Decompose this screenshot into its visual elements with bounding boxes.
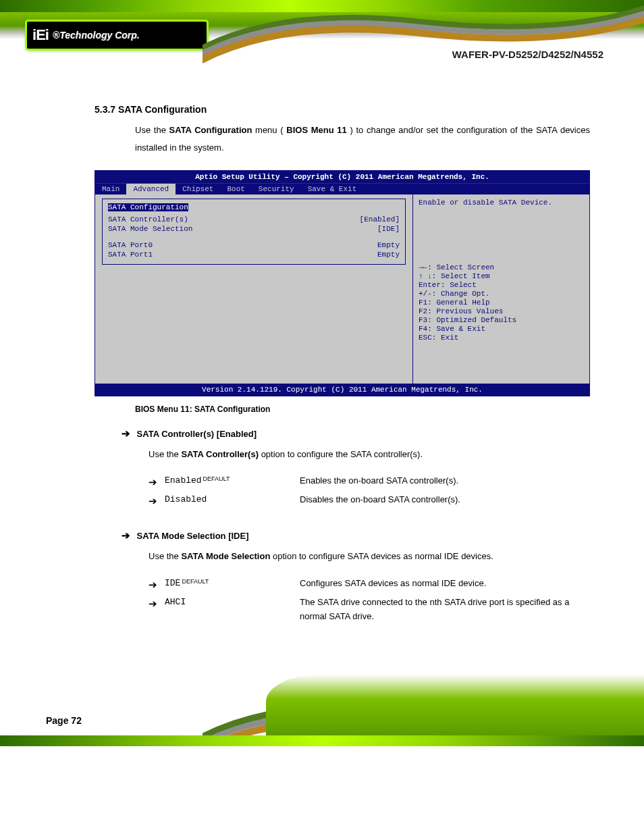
logo-text: iEi: [32, 26, 49, 44]
figure-caption: BIOS Menu 11: SATA Configuration: [135, 405, 590, 414]
intro-paragraph: Use the SATA Configuration menu ( BIOS M…: [135, 122, 590, 157]
intro-text: Use the: [135, 125, 169, 135]
bottom-green-stripe: [0, 735, 644, 746]
bios-key-hint: F3: Optimized Defaults: [419, 316, 584, 324]
option-value-desc: Configures SATA devices as normal IDE de…: [300, 577, 590, 593]
intro-menu-name: SATA Configuration: [169, 125, 252, 135]
bios-row-value: [Enabled]: [360, 215, 400, 224]
option-value-desc: Enables the on-board SATA controller(s).: [300, 474, 590, 490]
section-heading: 5.3.7 SATA Configuration: [95, 104, 590, 115]
arrow-right-icon: ➔: [149, 474, 165, 490]
bios-config-row: SATA Controller(s)[Enabled]: [108, 215, 400, 224]
bios-key-hint: F4: Save & Exit: [419, 325, 584, 333]
bios-screenshot: Aptio Setup Utility – Copyright (C) 2011…: [95, 170, 590, 396]
bios-footer: Version 2.14.1219. Copyright (C) 2011 Am…: [95, 384, 589, 396]
bios-port-key: SATA Port0: [108, 241, 153, 249]
bios-tab-save-exit: Save & Exit: [301, 184, 364, 194]
bios-tab-chipset: Chipset: [176, 184, 220, 194]
bios-port-value: Empty: [377, 251, 400, 259]
option-value-desc: The SATA drive connected to the nth SATA…: [300, 596, 590, 624]
bios-key-hint: F1: General Help: [419, 298, 584, 307]
option-value-row: ➔EnabledDEFAULTEnables the on-board SATA…: [149, 474, 590, 490]
bios-menu-bar: MainAdvancedChipsetBootSecuritySave & Ex…: [95, 183, 589, 194]
bios-config-box: SATA Configuration SATA Controller(s)[En…: [102, 199, 406, 265]
bios-key-hint: ESC: Exit: [419, 334, 584, 342]
intro-text-mid: menu (: [255, 125, 284, 135]
bios-port-row: SATA Port1Empty: [108, 251, 400, 259]
bios-key-hint: →←: Select Screen: [419, 263, 584, 271]
bios-tab-main: Main: [95, 184, 126, 194]
bios-tab-boot: Boot: [220, 184, 251, 194]
bios-tab-security: Security: [252, 184, 301, 194]
bios-key-hint: +/-: Change Opt.: [419, 290, 584, 298]
option-value-row: ➔IDEDEFAULTConfigures SATA devices as no…: [149, 577, 590, 593]
option-value-row: ➔AHCIThe SATA drive connected to the nth…: [149, 596, 590, 624]
arrow-right-icon: ➔: [122, 427, 130, 439]
option-intro: Use the SATA Controller(s) option to con…: [149, 446, 590, 462]
option-value-name: EnabledDEFAULT: [165, 474, 300, 490]
bios-row-key: SATA Controller(s): [108, 215, 188, 224]
bios-port-value: Empty: [377, 241, 400, 249]
page-number: Page 72: [46, 715, 82, 726]
option-value-row: ➔DisabledDisables the on-board SATA cont…: [149, 493, 590, 509]
arrow-right-icon: ➔: [149, 577, 165, 593]
option-heading: ➔ SATA Mode Selection [IDE]: [122, 529, 590, 542]
bios-port-row: SATA Port0Empty: [108, 241, 400, 249]
intro-ref: BIOS Menu 11: [286, 125, 347, 135]
header-band: iEi ®Technology Corp. WAFER-PV-D5252/D42…: [0, 0, 644, 95]
option-value-name: IDEDEFAULT: [165, 577, 300, 593]
option-value-name: Disabled: [165, 493, 300, 509]
brand-logo: iEi ®Technology Corp.: [27, 22, 207, 49]
bios-tab-advanced: Advanced: [126, 184, 176, 194]
option-value-desc: Disables the on-board SATA controller(s)…: [300, 493, 590, 509]
option-intro: Use the SATA Mode Selection option to co…: [149, 548, 590, 564]
logo-subtext: ®Technology Corp.: [53, 30, 140, 41]
document-title: WAFER-PV-D5252/D4252/N4552: [452, 49, 603, 60]
bios-key-hint: F2: Previous Values: [419, 307, 584, 315]
arrow-right-icon: ➔: [122, 529, 130, 541]
bios-left-panel: SATA Configuration SATA Controller(s)[En…: [95, 194, 413, 384]
bios-help-text: Enable or disable SATA Device.: [419, 199, 584, 263]
bios-body: SATA Configuration SATA Controller(s)[En…: [95, 194, 589, 384]
bios-row-key: SATA Mode Selection: [108, 225, 192, 233]
option-heading: ➔ SATA Controller(s) [Enabled]: [122, 427, 590, 440]
option-value-name: AHCI: [165, 596, 300, 624]
bios-row-value: [IDE]: [377, 225, 400, 233]
page-content: 5.3.7 SATA Configuration Use the SATA Co…: [0, 95, 644, 645]
bios-key-hint: ↑ ↓: Select Item: [419, 272, 584, 280]
footer-pcb-art: [266, 675, 644, 735]
footer-band: Page 72: [0, 652, 644, 746]
bios-key-hint: Enter: Select: [419, 281, 584, 289]
bios-panel-heading: SATA Configuration: [108, 203, 188, 211]
bios-key-legend: →←: Select Screen↑ ↓: Select ItemEnter: …: [419, 263, 584, 342]
bios-config-row: SATA Mode Selection[IDE]: [108, 225, 400, 233]
arrow-right-icon: ➔: [149, 596, 165, 624]
bios-port-key: SATA Port1: [108, 251, 153, 259]
bios-help-panel: Enable or disable SATA Device. →←: Selec…: [413, 194, 589, 384]
arrow-right-icon: ➔: [149, 493, 165, 509]
bios-title-bar: Aptio Setup Utility – Copyright (C) 2011…: [95, 171, 589, 183]
